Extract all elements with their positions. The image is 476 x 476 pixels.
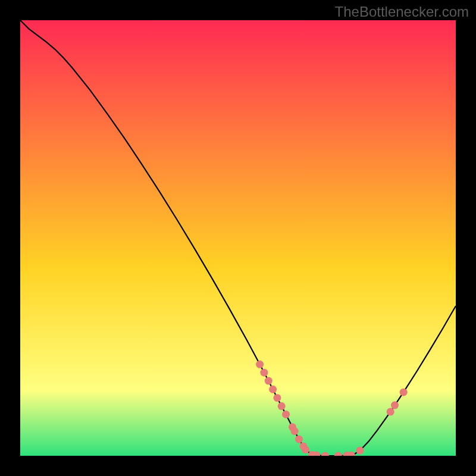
curve-marker [273, 394, 281, 402]
curve-marker [356, 447, 364, 455]
curve-marker [387, 408, 394, 416]
curve-marker [295, 436, 303, 443]
curve-marker [391, 402, 399, 409]
curve-marker [278, 402, 286, 410]
curve-marker [282, 411, 290, 418]
curve-marker [269, 386, 277, 393]
chart-frame: TheBottlenecker.com [0, 0, 476, 476]
curve-marker [302, 446, 309, 453]
curve-marker [265, 377, 273, 385]
chart-plot-area [20, 20, 456, 456]
curve-marker [400, 389, 408, 396]
curve-marker [256, 361, 264, 368]
curve-marker [260, 369, 268, 377]
chart-svg [20, 20, 456, 456]
watermark-text: TheBottlenecker.com [335, 4, 469, 20]
curve-marker [291, 427, 299, 435]
gradient-background [20, 20, 456, 456]
